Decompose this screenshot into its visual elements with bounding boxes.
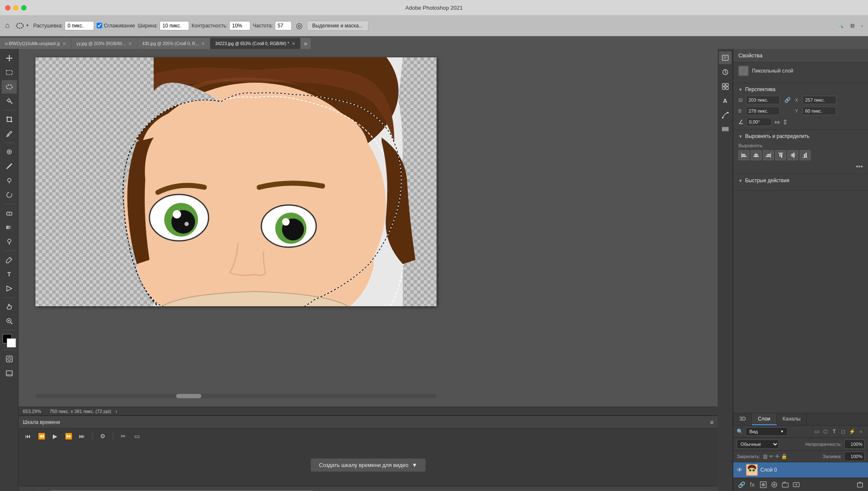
delete-layer-button[interactable] — [855, 480, 865, 489]
text-tool[interactable]: T — [2, 267, 17, 281]
path-panel-button[interactable] — [719, 109, 732, 121]
filter-type-button[interactable]: T — [830, 428, 838, 435]
quick-actions-header[interactable]: ▼ Быстрые действия — [738, 178, 863, 183]
background-color[interactable] — [7, 338, 16, 348]
timeline-next-button[interactable]: ⏩ — [63, 431, 73, 441]
align-left-button[interactable] — [738, 150, 749, 160]
properties-panel-button[interactable] — [719, 51, 732, 64]
tab-more-button[interactable]: » — [301, 38, 311, 49]
styles-panel-button[interactable] — [719, 80, 732, 93]
lock-all-button[interactable]: 🔒 — [781, 453, 787, 459]
fill-input[interactable] — [844, 452, 865, 461]
spot-heal-tool[interactable] — [2, 145, 17, 159]
adjustment-panel-button[interactable] — [719, 66, 732, 78]
add-mask-button[interactable] — [759, 480, 768, 489]
eraser-tool[interactable] — [2, 206, 17, 220]
tab-close-icon[interactable]: ✕ — [62, 41, 66, 46]
close-button[interactable] — [5, 5, 11, 11]
y-prop-input[interactable] — [803, 107, 836, 115]
color-box[interactable] — [3, 334, 16, 348]
home-button[interactable]: ⌂ — [3, 20, 11, 31]
flip-h-button[interactable]: ⇔ — [774, 118, 780, 126]
marquee-tool[interactable] — [2, 66, 17, 79]
tab-yy[interactable]: yy.jpg @ 203% (RGB/8#... ✕ — [71, 38, 137, 49]
brush-tool[interactable] — [2, 159, 17, 173]
mask-button[interactable]: Выделение и маска... — [307, 21, 369, 31]
canvas-document[interactable] — [35, 57, 437, 306]
flip-v-button[interactable]: ⇕ — [782, 118, 788, 126]
timeline-settings-button[interactable]: ⚙ — [98, 431, 108, 441]
crop-tool[interactable] — [2, 113, 17, 126]
hand-tool[interactable] — [2, 300, 17, 313]
screen-mode-tool[interactable] — [2, 367, 17, 380]
maximize-button[interactable] — [21, 5, 27, 11]
panel-button[interactable]: ▤ — [849, 22, 856, 29]
add-group-button[interactable] — [781, 480, 790, 489]
create-timeline-button[interactable]: Создать шкалу времени для видео ▼ — [311, 459, 426, 472]
eyedropper-tool[interactable] — [2, 127, 17, 140]
align-bottom-button[interactable] — [800, 150, 811, 160]
link-icon[interactable]: 🔗 — [784, 96, 791, 104]
filter-adjust-button[interactable]: ⬡ — [822, 428, 829, 435]
tab-3d[interactable]: 3D — [733, 413, 752, 425]
layer-item[interactable]: 👁 Слой 0 — [733, 462, 868, 478]
filter-shape-button[interactable]: ◻ — [839, 428, 847, 435]
type-panel-button[interactable]: A — [719, 94, 732, 107]
magic-wand-tool[interactable] — [2, 94, 17, 108]
timeline-play-button[interactable]: ▶ — [50, 431, 60, 441]
layer-visibility-icon[interactable]: 👁 — [737, 467, 743, 473]
channels-panel-button[interactable] — [719, 123, 732, 136]
angle-input[interactable] — [746, 118, 772, 126]
timeline-end-button[interactable]: ⏭ — [77, 431, 87, 441]
contrast-input[interactable] — [229, 21, 250, 30]
timeline-bottom-prev[interactable]: ⏮ — [23, 488, 32, 491]
perspective-header[interactable]: ▼ Перспектива — [738, 86, 863, 92]
add-layer-button[interactable] — [792, 480, 801, 489]
search-button[interactable]: 🔍 — [836, 22, 845, 29]
layers-filter-dropdown[interactable]: Вид ▼ — [746, 427, 788, 436]
smooth-checkbox[interactable] — [97, 23, 102, 28]
tab-430[interactable]: 430.jpg @ 205% (Слой 0, R... ✕ — [137, 38, 210, 49]
width-input[interactable] — [160, 21, 189, 30]
tab-close-icon[interactable]: ✕ — [292, 41, 295, 46]
lasso-tool[interactable] — [2, 80, 17, 94]
blend-mode-select[interactable]: Обычные — [737, 440, 779, 449]
align-right-button[interactable] — [763, 150, 774, 160]
tab-close-icon[interactable]: ✕ — [201, 41, 205, 46]
lock-pixels-button[interactable]: ▥ — [763, 453, 768, 459]
pen-tool[interactable] — [2, 253, 17, 267]
canvas-wrapper[interactable] — [19, 49, 718, 407]
timeline-begin-button[interactable]: ⏮ — [23, 431, 33, 441]
path-select-tool[interactable] — [2, 282, 17, 295]
link-layers-button[interactable]: 🔗 — [737, 480, 746, 489]
timeline-bottom-next[interactable]: ⏭ — [35, 488, 44, 491]
add-style-button[interactable]: fx — [748, 480, 757, 489]
zoom-tool[interactable] — [2, 314, 17, 328]
lock-artboards-button[interactable]: ✛ — [775, 453, 779, 459]
expand-button[interactable]: › — [860, 22, 865, 29]
tab-channels[interactable]: Каналы — [777, 413, 807, 425]
tab-close-icon[interactable]: ✕ — [128, 41, 132, 46]
feather-input[interactable] — [65, 21, 94, 30]
filter-toggle-button[interactable]: ● — [857, 428, 865, 435]
target-button[interactable]: ◎ — [294, 20, 304, 31]
filter-pixel-button[interactable]: ▭ — [813, 428, 820, 435]
align-center-h-button[interactable] — [751, 150, 762, 160]
filter-smart-button[interactable]: ⚡ — [848, 428, 856, 435]
clone-tool[interactable] — [2, 174, 17, 187]
lock-position-button[interactable]: ✏ — [769, 453, 773, 459]
history-tool[interactable] — [2, 188, 17, 202]
dimensions-arrow[interactable]: › — [115, 408, 117, 414]
tab-unsplash[interactable]: n-BfWDyQ10uMk-unsplash.jpg ✕ — [0, 38, 71, 49]
frequency-input[interactable] — [275, 21, 292, 30]
align-top-button[interactable] — [775, 150, 786, 160]
tab-layers[interactable]: Слои — [752, 413, 776, 425]
horizontal-scrollbar[interactable] — [35, 393, 437, 397]
lasso-dropdown[interactable]: ▼ — [14, 21, 31, 31]
minimize-button[interactable] — [13, 5, 19, 11]
x-prop-input[interactable] — [803, 96, 836, 104]
quick-mask-tool[interactable] — [2, 352, 17, 366]
gradient-tool[interactable] — [2, 221, 17, 234]
add-adjustment-button[interactable] — [770, 480, 779, 489]
align-middle-v-button[interactable] — [787, 150, 798, 160]
